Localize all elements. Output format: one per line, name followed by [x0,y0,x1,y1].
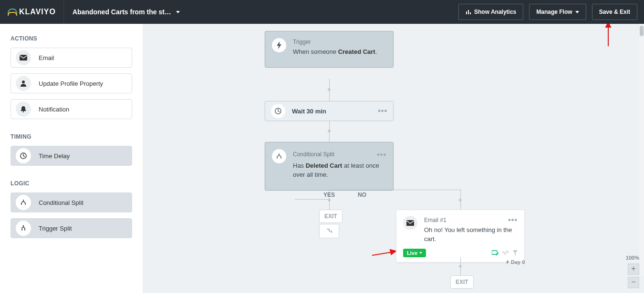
exit-yes[interactable]: EXIT [319,210,343,223]
svg-point-7 [23,225,24,226]
connector-dot [459,265,462,268]
palette-update-profile-label: Update Profile Property [39,80,103,87]
day-tag: Day 0 [506,259,525,265]
exit-no[interactable]: EXIT [450,275,474,289]
flow-title-dropdown[interactable]: Abandoned Carts from the st… [64,8,188,16]
palette-conditional-split-label: Conditional Split [39,199,83,206]
svg-marker-14 [390,250,396,254]
palette-email-label: Email [39,54,54,61]
status-live-text: Live [407,250,417,256]
palette-time-delay[interactable]: Time Delay [10,146,132,166]
yes-label: YES [323,192,335,198]
trigger-text: Trigger When someone Created Cart. [293,38,377,57]
status-live-dropdown[interactable]: Live [403,249,426,257]
palette-conditional-split[interactable]: Conditional Split [10,192,132,212]
wait-actions-menu[interactable]: ••• [378,107,387,115]
palette-time-delay-label: Time Delay [39,152,70,160]
zoom-in-button[interactable]: + [628,263,639,275]
svg-rect-1 [468,10,469,14]
connector-dot [328,199,331,202]
wait-label: Wait 30 min [292,108,326,115]
caret-down-icon [419,252,422,254]
palette-trigger-split[interactable]: Trigger Split [10,218,132,238]
zoom-percentage: 100% [626,255,639,261]
split-icon [272,149,286,163]
caret-down-icon [575,11,579,13]
bolt-icon [272,38,286,52]
connector-dot [459,199,462,202]
email-subject: Oh no! You left something in the cart. [424,226,518,244]
mail-check-icon [492,250,499,256]
cond-label: Conditional Split [293,151,334,159]
show-analytics-label: Show Analytics [474,9,516,15]
wait-node[interactable]: Wait 30 min ••• [265,101,394,121]
trigger-event: Created Cart [338,48,375,55]
zoom-controls: 100% + − [626,255,639,288]
palette-update-profile[interactable]: Update Profile Property [10,73,132,93]
svg-point-4 [22,81,25,83]
cond-event: Deleted Cart [306,162,343,169]
flow-title-text: Abandoned Carts from the st… [73,8,171,16]
person-icon [16,76,31,91]
palette-notification[interactable]: Notification [10,99,132,119]
svg-rect-3 [20,55,27,61]
svg-rect-2 [470,12,471,14]
trigger-node[interactable]: Trigger When someone Created Cart. [265,31,394,68]
bell-icon [16,101,31,117]
trigger-split-icon [16,221,31,236]
step-icon [326,228,332,234]
clock-icon [271,104,285,118]
svg-rect-9 [406,220,414,226]
email-actions-menu[interactable]: ••• [508,216,518,224]
email-label: Email #1 [424,217,447,223]
yes-placeholder-icon[interactable] [319,224,339,238]
header-actions: Show Analytics Manage Flow Save & Exit [458,4,644,20]
conditional-split-node[interactable]: Conditional Split ••• Has Deleted Cart a… [265,142,394,191]
palette-trigger-split-label: Trigger Split [39,225,72,232]
mail-icon [16,50,31,65]
cond-pre: Has [293,162,306,169]
connector-line [295,199,329,200]
palette-email[interactable]: Email [10,48,132,68]
save-exit-label: Save & Exit [599,9,630,15]
trigger-pre: When someone [293,48,338,55]
manage-flow-button[interactable]: Manage Flow [529,4,586,20]
save-exit-button[interactable]: Save & Exit [592,4,637,20]
cond-actions-menu[interactable]: ••• [377,149,386,160]
scrollbar-thumb[interactable] [640,26,644,36]
clock-icon [16,148,31,163]
svg-point-5 [23,111,24,112]
app-header: KLAVIYO Abandoned Carts from the st… Sho… [0,0,644,24]
no-label: NO [358,192,366,198]
connector-line [329,190,460,190]
caret-down-icon [176,11,180,13]
cond-text: Conditional Split ••• Has Deleted Cart a… [293,149,386,180]
email-node[interactable]: Email #1 ••• Oh no! You left something i… [396,210,525,263]
activity-icon [502,251,509,255]
bar-chart-icon [466,9,471,15]
zoom-out-button[interactable]: − [628,277,639,288]
filter-icon [513,250,518,256]
trigger-label: Trigger [293,38,377,46]
actions-heading: ACTIONS [10,35,132,42]
annotation-arrow-save [603,22,613,47]
klaviyo-logo-icon [8,9,17,15]
palette-notification-label: Notification [39,106,69,113]
canvas-scrollbar[interactable] [639,24,644,276]
mail-icon [403,216,417,230]
annotation-arrow-live [371,249,396,258]
svg-rect-0 [466,11,467,14]
flow-canvas[interactable]: Trigger When someone Created Cart. Wait … [143,24,644,293]
connector-dot [328,88,331,91]
manage-flow-label: Manage Flow [536,9,572,15]
show-analytics-button[interactable]: Show Analytics [458,4,523,20]
left-palette: ACTIONS Email Update Profile Property No… [0,24,143,293]
svg-line-13 [372,252,392,255]
trigger-post: . [375,48,377,55]
email-mini-icons [492,250,518,256]
split-icon [16,195,31,210]
timing-heading: TIMING [10,133,132,140]
connector-dot [328,130,331,132]
bolt-icon [506,260,509,264]
brand-logo[interactable]: KLAVIYO [0,0,64,24]
